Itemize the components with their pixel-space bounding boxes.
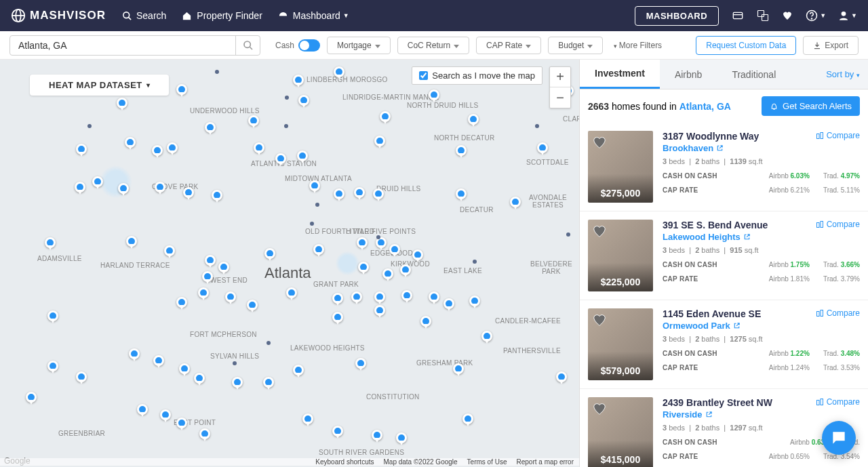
listing-card[interactable]: $225,000 391 SE S. Bend Avenue Lakewood …	[580, 211, 868, 300]
more-filters[interactable]: ▾ More Filters	[614, 41, 662, 50]
compare-button[interactable]: Compare	[816, 397, 860, 407]
map-pin[interactable]	[248, 115, 259, 126]
listing-card[interactable]: $579,000 1145 Eden Avenue SE Ormewood Pa…	[580, 300, 868, 389]
map-pin[interactable]	[332, 293, 343, 304]
coc-filter[interactable]: CoC Return	[397, 37, 469, 54]
map-pin[interactable]	[76, 144, 87, 155]
map-pin[interactable]	[429, 291, 439, 302]
zoom-out-button[interactable]: −	[550, 87, 570, 108]
user-icon[interactable]: ▼	[838, 10, 857, 21]
map-pin[interactable]	[355, 358, 366, 369]
listing-neighborhood[interactable]: Ormewood Park	[663, 321, 816, 331]
get-alerts-button[interactable]: Get Search Alerts	[762, 96, 860, 116]
mashboard-button[interactable]: MASHBOARD	[635, 6, 719, 26]
map-pin[interactable]	[510, 197, 521, 207]
map-pin[interactable]	[382, 268, 393, 279]
map-pin[interactable]	[332, 312, 343, 323]
map-pin[interactable]	[313, 244, 324, 255]
map-pin[interactable]	[469, 296, 480, 306]
map-pin[interactable]	[26, 392, 37, 403]
map-pin[interactable]	[129, 348, 140, 359]
map-pin[interactable]	[155, 182, 165, 192]
map-pin[interactable]	[202, 271, 213, 282]
map-pin[interactable]	[332, 426, 343, 436]
listing-address[interactable]: 1145 Eden Avenue SE	[663, 308, 816, 319]
map-pin[interactable]	[92, 176, 103, 187]
request-data-button[interactable]: Request Custom Data	[696, 36, 796, 55]
map-pin[interactable]	[374, 291, 385, 302]
map-pin[interactable]	[293, 75, 304, 85]
tab-traditional[interactable]: Traditional	[717, 60, 791, 89]
map-pin[interactable]	[293, 365, 304, 375]
nav-search[interactable]: Search	[122, 10, 166, 21]
map-pin[interactable]	[298, 95, 309, 106]
map-pin[interactable]	[334, 188, 344, 199]
favorite-button[interactable]	[592, 312, 607, 327]
tab-investment[interactable]: Investment	[580, 60, 660, 89]
listing-thumb[interactable]: $275,000	[588, 131, 653, 203]
map-pin[interactable]	[374, 305, 385, 316]
translate-icon[interactable]	[757, 9, 769, 22]
nav-mashboard[interactable]: Mashboard ▼	[277, 10, 349, 21]
cap-filter[interactable]: CAP Rate	[476, 37, 541, 54]
card-icon[interactable]	[731, 10, 745, 21]
map-pin[interactable]	[286, 287, 297, 298]
brand-logo[interactable]: MASHVISOR	[11, 8, 106, 23]
map-pin[interactable]	[137, 404, 148, 415]
map-pin[interactable]	[351, 291, 362, 302]
listing-neighborhood[interactable]: Lakewood Heights	[663, 232, 816, 242]
listing-neighborhood[interactable]: Brookhaven	[663, 143, 816, 153]
listing-card[interactable]: $275,000 3187 Woodlynne Way Brookhaven C…	[580, 123, 868, 211]
favorite-button[interactable]	[592, 135, 607, 150]
map-pin[interactable]	[396, 432, 407, 443]
map-pin[interactable]	[400, 264, 411, 275]
heatmap-dataset-button[interactable]: HEAT MAP DATASET ▾	[30, 75, 169, 96]
sort-button[interactable]: Sort by ▾	[826, 69, 860, 79]
map-pin[interactable]	[443, 298, 454, 309]
map-pin[interactable]	[357, 237, 368, 248]
toggle-switch[interactable]	[298, 39, 320, 52]
map-pin[interactable]	[183, 187, 194, 198]
search-move-checkbox[interactable]	[419, 71, 428, 80]
map-pin[interactable]	[176, 418, 187, 428]
map-pin[interactable]	[556, 371, 567, 382]
map-pin[interactable]	[453, 363, 464, 374]
map-pin[interactable]	[118, 183, 129, 194]
map-pin[interactable]	[176, 297, 187, 308]
map-pin[interactable]	[47, 361, 58, 371]
map-pin[interactable]	[45, 237, 56, 248]
listing-thumb[interactable]: $579,000	[588, 308, 653, 380]
map-pin[interactable]	[199, 428, 210, 439]
map-pin[interactable]	[117, 98, 127, 108]
map-pin[interactable]	[225, 291, 236, 302]
map-pin[interactable]	[263, 377, 274, 388]
export-button[interactable]: Export	[803, 36, 859, 55]
map-pin[interactable]	[468, 114, 479, 125]
help-icon[interactable]: ▼	[806, 9, 826, 22]
map-pin[interactable]	[401, 290, 412, 301]
map-pin[interactable]	[194, 373, 205, 384]
map-pin[interactable]	[218, 262, 229, 272]
map-pin[interactable]	[412, 249, 423, 260]
compare-button[interactable]: Compare	[816, 131, 860, 140]
map-pin[interactable]	[297, 150, 308, 161]
map-pin[interactable]	[380, 111, 391, 122]
map-pin[interactable]	[75, 182, 85, 192]
listings[interactable]: $275,000 3187 Woodlynne Way Brookhaven C…	[580, 123, 868, 467]
map-pin[interactable]	[456, 188, 467, 199]
map-view[interactable]: BRIARCLIFF HEIGHTSLINDBERGH MOROSGOLINDR…	[0, 60, 579, 467]
location-search[interactable]	[9, 35, 260, 56]
map-pin[interactable]	[334, 66, 344, 77]
location-input[interactable]	[10, 40, 235, 51]
map-pin[interactable]	[264, 248, 275, 259]
listing-address[interactable]: 391 SE S. Bend Avenue	[663, 220, 816, 230]
map-pin[interactable]	[481, 331, 492, 342]
heart-icon[interactable]	[781, 10, 793, 21]
map-pin[interactable]	[232, 377, 243, 388]
map-pin[interactable]	[205, 255, 216, 266]
listing-address[interactable]: 2439 Brantley Street NW	[663, 397, 816, 408]
map-pin[interactable]	[76, 371, 87, 382]
map-pin[interactable]	[126, 236, 137, 247]
map-pin[interactable]	[374, 136, 385, 146]
tab-airbnb[interactable]: Airbnb	[660, 60, 717, 89]
